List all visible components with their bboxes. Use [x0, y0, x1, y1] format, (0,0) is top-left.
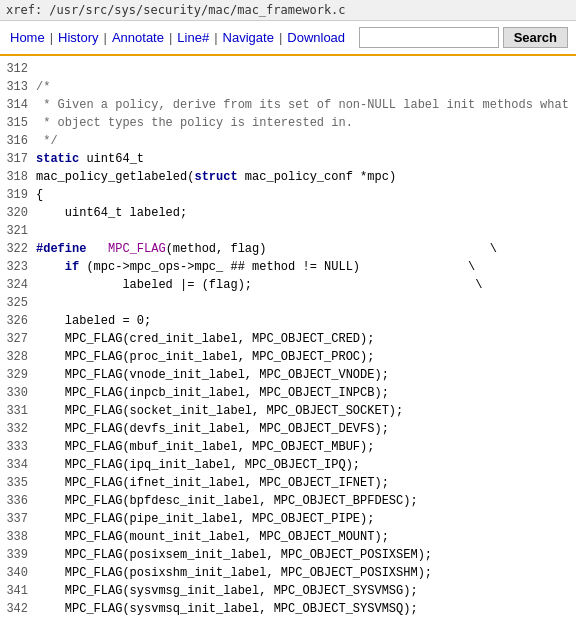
sep3: | [166, 30, 175, 45]
sep2: | [101, 30, 110, 45]
table-row: 324 labeled |= (flag); \ [0, 276, 576, 294]
search-box: Search [359, 27, 568, 48]
table-row: 326 labeled = 0; [0, 312, 576, 330]
table-row: 320 uint64_t labeled; [0, 204, 576, 222]
table-row: 337 MPC_FLAG(pipe_init_label, MPC_OBJECT… [0, 510, 576, 528]
search-input[interactable] [359, 27, 499, 48]
table-row: 325 [0, 294, 576, 312]
table-row: 342 MPC_FLAG(sysvmsq_init_label, MPC_OBJ… [0, 600, 576, 617]
title-text: xref: /usr/src/sys/security/mac/mac_fram… [6, 3, 346, 17]
table-row: 341 MPC_FLAG(sysvmsg_init_label, MPC_OBJ… [0, 582, 576, 600]
nav-lineno[interactable]: Line# [175, 30, 211, 45]
nav-history[interactable]: History [56, 30, 100, 45]
table-row: 333 MPC_FLAG(mbuf_init_label, MPC_OBJECT… [0, 438, 576, 456]
nav-bar: Home | History | Annotate | Line# | Navi… [0, 21, 576, 56]
nav-annotate[interactable]: Annotate [110, 30, 166, 45]
table-row: 338 MPC_FLAG(mount_init_label, MPC_OBJEC… [0, 528, 576, 546]
search-button[interactable]: Search [503, 27, 568, 48]
table-row: 332 MPC_FLAG(devfs_init_label, MPC_OBJEC… [0, 420, 576, 438]
table-row: 313/* [0, 78, 576, 96]
table-row: 312 [0, 60, 576, 78]
table-row: 329 MPC_FLAG(vnode_init_label, MPC_OBJEC… [0, 366, 576, 384]
nav-download[interactable]: Download [285, 30, 347, 45]
table-row: 319{ [0, 186, 576, 204]
table-row: 335 MPC_FLAG(ifnet_init_label, MPC_OBJEC… [0, 474, 576, 492]
nav-navigate[interactable]: Navigate [221, 30, 276, 45]
table-row: 321 [0, 222, 576, 240]
table-row: 330 MPC_FLAG(inpcb_init_label, MPC_OBJEC… [0, 384, 576, 402]
title-bar: xref: /usr/src/sys/security/mac/mac_fram… [0, 0, 576, 21]
sep5: | [276, 30, 285, 45]
nav-home[interactable]: Home [8, 30, 47, 45]
table-row: 322#define MPC_FLAG(method, flag) \ [0, 240, 576, 258]
table-row: 336 MPC_FLAG(bpfdesc_init_label, MPC_OBJ… [0, 492, 576, 510]
table-row: 318mac_policy_getlabeled(struct mac_poli… [0, 168, 576, 186]
table-row: 316 */ [0, 132, 576, 150]
table-row: 317static uint64_t [0, 150, 576, 168]
table-row: 339 MPC_FLAG(posixsem_init_label, MPC_OB… [0, 546, 576, 564]
code-area: 312 313/* 314 * Given a policy, derive f… [0, 56, 576, 617]
sep1: | [47, 30, 56, 45]
table-row: 323 if (mpc->mpc_ops->mpc_ ## method != … [0, 258, 576, 276]
sep4: | [211, 30, 220, 45]
table-row: 327 MPC_FLAG(cred_init_label, MPC_OBJECT… [0, 330, 576, 348]
table-row: 331 MPC_FLAG(socket_init_label, MPC_OBJE… [0, 402, 576, 420]
table-row: 314 * Given a policy, derive from its se… [0, 96, 576, 114]
table-row: 334 MPC_FLAG(ipq_init_label, MPC_OBJECT_… [0, 456, 576, 474]
table-row: 315 * object types the policy is interes… [0, 114, 576, 132]
table-row: 328 MPC_FLAG(proc_init_label, MPC_OBJECT… [0, 348, 576, 366]
table-row: 340 MPC_FLAG(posixshm_init_label, MPC_OB… [0, 564, 576, 582]
